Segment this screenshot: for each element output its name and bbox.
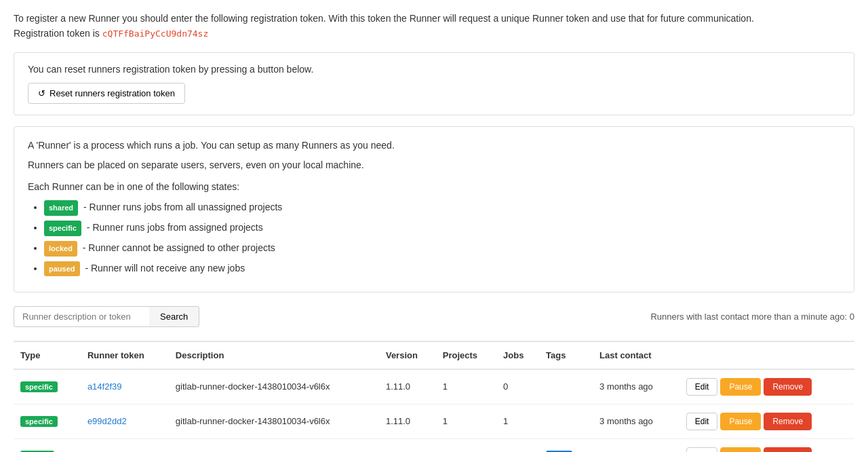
remove-button[interactable]: Remove [764,413,812,430]
edit-button[interactable]: Edit [686,378,718,396]
states-label: Each Runner can be in one of the followi… [28,179,840,194]
cell-description: gitlab-runner-docker-1438010034-v6l6x [169,404,379,438]
list-item: locked - Runner cannot be assigned to ot… [44,240,840,257]
cell-version: 1.11.0 [379,369,436,404]
pause-button[interactable]: Pause [720,413,761,430]
cell-token: e99d2dd2 [81,404,169,438]
cell-projects: 1 [436,369,496,404]
pause-button[interactable]: Pause [720,378,761,396]
search-controls: Search [14,306,199,327]
cell-projects: n/a [436,438,496,452]
reset-icon: ↺ [38,88,45,98]
type-badge: specific [20,381,58,392]
col-actions [677,341,854,369]
col-version: Version [379,341,436,369]
search-button[interactable]: Search [149,306,199,327]
table-row: specifice99d2dd2gitlab-runner-docker-143… [14,404,854,438]
states-intro1: A 'Runner' is a process which runs a job… [28,138,840,153]
cell-actions: EditPauseRemove [677,404,854,438]
table-header-row: Type Runner token Description Version Pr… [14,341,854,369]
search-row: Search Runners with last contact more th… [14,306,854,327]
cell-token: a14f2f39 [81,369,169,404]
remove-button[interactable]: Remove [764,378,812,396]
locked-badge: locked [44,241,77,257]
cell-jobs: 0 [496,369,539,404]
col-type: Type [14,341,81,369]
edit-button[interactable]: Edit [686,413,718,430]
paused-badge: paused [44,261,80,277]
registration-token-value: cQTFfBaiPyCcU9dn74sz [102,29,209,39]
cell-description: gitlab-runner-docker-1438010034-v6l6x [169,369,379,404]
cell-actions: EditPauseRemove [677,438,854,452]
cell-actions: EditPauseRemove [677,369,854,404]
cell-jobs: 90 [496,438,539,452]
table-row: specifica14f2f39gitlab-runner-docker-143… [14,369,854,404]
cell-last-contact: 3 months ago [593,369,677,404]
col-description: Description [169,341,379,369]
col-projects: Projects [436,341,496,369]
col-runner-token: Runner token [81,341,169,369]
cell-version: dev [379,438,436,452]
search-input[interactable] [14,306,149,327]
edit-button[interactable]: Edit [686,447,718,452]
shared-badge: shared [44,200,78,216]
cell-projects: 1 [436,404,496,438]
registration-intro: To register a new Runner you should ente… [14,13,754,24]
list-item: specific - Runner runs jobs from assigne… [44,220,840,236]
table-row: shared15f30094shared shelldevn/a90shell3… [14,438,854,452]
pause-button[interactable]: Pause [720,447,761,452]
cell-tags [539,369,593,404]
reset-section: You can reset runners registration token… [14,52,854,115]
cell-type: shared [14,438,81,452]
registration-section: To register a new Runner you should ente… [14,11,854,41]
reset-token-button[interactable]: ↺ Reset runners registration token [28,83,185,104]
type-badge: specific [20,416,58,427]
runners-info: Runners with last contact more than a mi… [650,312,854,322]
runner-token-link[interactable]: a14f2f39 [87,381,122,392]
specific-badge: specific [44,221,81,236]
cell-token: 15f30094 [81,438,169,452]
cell-description: shared shell [169,438,379,452]
states-list: shared - Runner runs jobs from all unass… [28,200,840,276]
cell-last-contact: 3 months ago [593,404,677,438]
reset-description: You can reset runners registration token… [28,64,840,75]
runners-table: Type Runner token Description Version Pr… [14,341,854,452]
cell-tags [539,404,593,438]
cell-last-contact: 3 months ago [593,438,677,452]
registration-token-label: Registration token is [14,28,100,39]
cell-tags: shell [539,438,593,452]
states-section: A 'Runner' is a process which runs a job… [14,126,854,292]
cell-jobs: 1 [496,404,539,438]
list-item: shared - Runner runs jobs from all unass… [44,200,840,216]
remove-button[interactable]: Remove [764,447,812,452]
list-item: paused - Runner will not receive any new… [44,261,840,277]
cell-type: specific [14,369,81,404]
col-last-contact: Last contact [593,341,677,369]
col-jobs: Jobs [496,341,539,369]
runner-token-link[interactable]: e99d2dd2 [87,416,127,426]
cell-version: 1.11.0 [379,404,436,438]
states-intro2: Runners can be placed on separate users,… [28,157,840,172]
cell-type: specific [14,404,81,438]
col-tags: Tags [539,341,593,369]
